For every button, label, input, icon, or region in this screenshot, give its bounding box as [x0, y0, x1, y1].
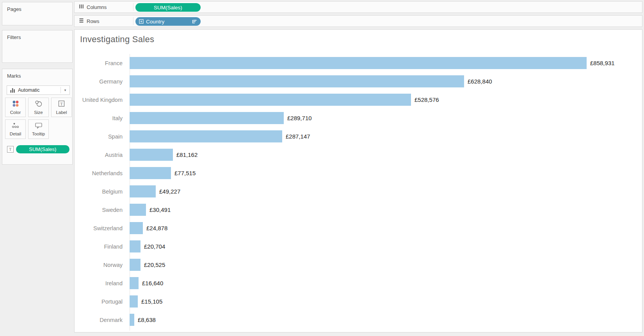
size-button[interactable]: Size — [28, 98, 49, 117]
rows-shelf-label: Rows — [87, 18, 100, 24]
bar[interactable] — [130, 277, 139, 289]
value-label: £289,710 — [287, 115, 312, 121]
value-label: £8,638 — [138, 316, 156, 323]
mark-buttons-grid: Color Size T Label — [5, 98, 72, 139]
category-label[interactable]: Finland — [75, 244, 130, 250]
bar-row: Italy£289,710 — [75, 109, 642, 127]
sum-sales-pill[interactable]: SUM(Sales) — [135, 3, 201, 12]
bar-row: Spain£287,147 — [75, 127, 642, 146]
category-label[interactable]: Netherlands — [75, 170, 130, 176]
tooltip-bubble-icon — [35, 122, 43, 130]
value-label: £287,147 — [286, 133, 310, 140]
pages-card-title: Pages — [7, 6, 72, 12]
value-label: £77,515 — [174, 170, 196, 176]
bar[interactable] — [130, 130, 282, 142]
category-label[interactable]: Italy — [75, 115, 130, 121]
value-label: £628,840 — [468, 78, 492, 85]
value-label: £20,704 — [144, 243, 165, 250]
bar[interactable] — [130, 112, 284, 124]
bar-row: Sweden£30,491 — [75, 201, 642, 219]
category-label[interactable]: Denmark — [75, 317, 130, 323]
country-pill[interactable]: Country — [135, 17, 201, 26]
category-label[interactable]: Belgium — [75, 188, 130, 195]
columns-icon — [79, 4, 84, 11]
bar[interactable] — [130, 167, 171, 179]
category-label[interactable]: Spain — [75, 133, 130, 140]
category-label[interactable]: Norway — [75, 262, 130, 268]
value-label: £20,525 — [144, 261, 165, 268]
detail-dots-icon — [12, 122, 19, 130]
shelf-divider — [133, 17, 133, 25]
label-button[interactable]: T Label — [51, 98, 72, 117]
color-button[interactable]: Color — [5, 98, 26, 117]
text-t-icon: T — [7, 146, 14, 153]
bar[interactable] — [130, 295, 138, 308]
label-t-icon: T — [58, 100, 65, 109]
svg-text:T: T — [60, 102, 62, 106]
value-label: £49,227 — [159, 188, 180, 195]
category-label[interactable]: Austria — [75, 152, 130, 158]
color-dots-icon — [12, 100, 19, 109]
bar[interactable] — [130, 204, 146, 216]
filters-card-title: Filters — [7, 34, 72, 40]
expand-plus-icon[interactable] — [139, 19, 144, 24]
value-label: £858,931 — [590, 60, 615, 66]
value-label: £30,491 — [149, 206, 171, 213]
mark-type-label: Automatic — [18, 87, 60, 93]
sort-descending-icon[interactable] — [192, 19, 197, 24]
columns-shelf: Columns SUM(Sales) — [74, 1, 642, 13]
columns-shelf-label: Columns — [87, 4, 107, 10]
value-label: £16,640 — [142, 280, 163, 286]
bar[interactable] — [130, 149, 173, 161]
bar[interactable] — [130, 94, 411, 106]
bar[interactable] — [130, 314, 134, 326]
category-label[interactable]: Germany — [75, 78, 130, 85]
size-button-label: Size — [34, 110, 43, 115]
value-label: £24,878 — [146, 225, 167, 231]
detail-button[interactable]: Detail — [5, 119, 26, 139]
category-label[interactable]: Sweden — [75, 207, 130, 213]
value-label: £528,576 — [415, 96, 439, 103]
value-label: £81,162 — [176, 151, 197, 158]
bar[interactable] — [130, 75, 464, 87]
bar-row: Austria£81,162 — [75, 146, 642, 164]
bar-row: Denmark£8,638 — [75, 311, 642, 329]
bar-row: Ireland£16,640 — [75, 274, 642, 292]
marks-card: Marks Automatic ▾ Color — [2, 69, 73, 165]
bar-chart-icon — [10, 88, 15, 93]
tooltip-button[interactable]: Tooltip — [28, 119, 49, 139]
bar[interactable] — [130, 185, 156, 197]
country-pill-label: Country — [146, 19, 192, 25]
category-label[interactable]: Ireland — [75, 280, 130, 286]
bar-row: Germany£628,840 — [75, 72, 642, 91]
marks-sum-sales-pill[interactable]: SUM(Sales) — [16, 145, 69, 153]
bar-row: Netherlands£77,515 — [75, 164, 642, 182]
chart-title[interactable]: Investigating Sales — [80, 34, 154, 44]
rows-icon — [79, 18, 84, 25]
label-button-label: Label — [56, 110, 67, 115]
rows-shelf: Rows Country — [74, 15, 642, 27]
category-label[interactable]: United Kingdom — [75, 97, 130, 103]
bar[interactable] — [130, 259, 141, 271]
chevron-down-icon[interactable]: ▾ — [61, 88, 69, 92]
bar[interactable] — [130, 222, 143, 234]
bar[interactable] — [130, 57, 587, 69]
color-button-label: Color — [10, 110, 21, 115]
shelf-divider — [133, 3, 133, 11]
bar-row: United Kingdom£528,576 — [75, 91, 642, 109]
filters-card: Filters — [2, 30, 73, 63]
category-label[interactable]: France — [75, 60, 130, 66]
bar-rows: France£858,931Germany£628,840United King… — [75, 54, 642, 329]
mark-type-dropdown[interactable]: Automatic ▾ — [7, 85, 70, 95]
category-label[interactable]: Switzerland — [75, 225, 130, 231]
bar-row: Switzerland£24,878 — [75, 219, 642, 237]
tooltip-button-label: Tooltip — [32, 132, 45, 136]
marks-encoding-row: T SUM(Sales) — [7, 145, 69, 153]
bar-row: Norway£20,525 — [75, 256, 642, 274]
bar-row: France£858,931 — [75, 54, 642, 72]
bar[interactable] — [130, 240, 141, 252]
worksheet-view: Investigating Sales France£858,931German… — [74, 29, 642, 332]
pages-card: Pages — [2, 2, 73, 25]
category-label[interactable]: Portugal — [75, 299, 130, 305]
size-circles-icon — [35, 100, 42, 109]
